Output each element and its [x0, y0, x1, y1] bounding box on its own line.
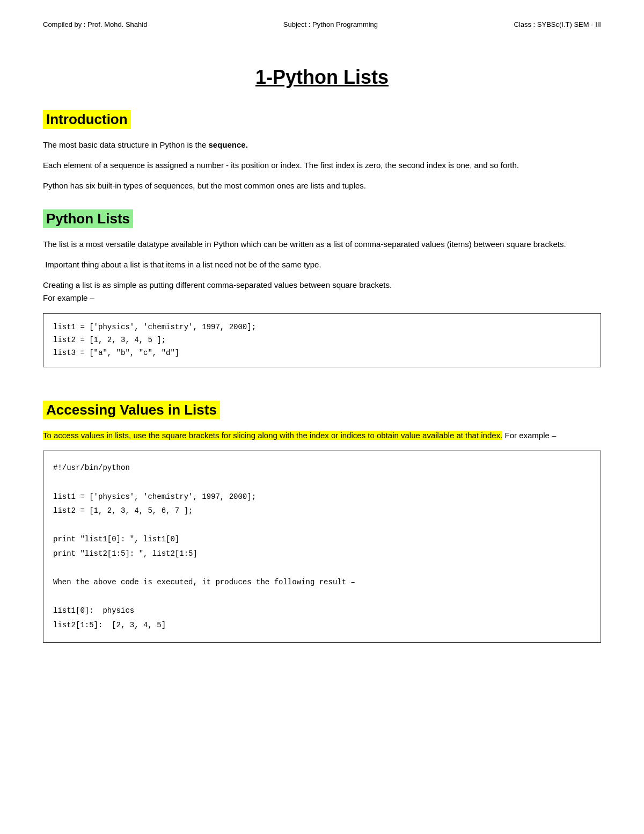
python-lists-section: Python Lists The list is a most versatil… [43, 209, 601, 367]
introduction-heading-text: Introduction [43, 110, 131, 129]
intro-para3: Python has six built-in types of sequenc… [43, 179, 601, 192]
python-lists-heading-text: Python Lists [43, 209, 133, 228]
python-lists-para2: Important thing about a list is that ite… [43, 258, 601, 271]
python-lists-heading: Python Lists [43, 209, 601, 238]
class: Class : SYBSc(I.T) SEM - III [514, 20, 601, 28]
accessing-values-para1: To access values in lists, use the squar… [43, 429, 601, 442]
accessing-values-section: Accessing Values in Lists To access valu… [43, 401, 601, 642]
accessing-values-code: #!/usr/bin/python list1 = ['physics', 'c… [43, 451, 601, 642]
python-lists-code: list1 = ['physics', 'chemistry', 1997, 2… [43, 313, 601, 367]
introduction-heading: Introduction [43, 110, 601, 139]
page-header: Compiled by : Prof. Mohd. Shahid Subject… [43, 11, 601, 34]
introduction-section: Introduction The most basic data structu… [43, 110, 601, 192]
intro-para1: The most basic data structure in Python … [43, 139, 601, 151]
python-lists-para3: Creating a list is as simple as putting … [43, 279, 601, 304]
subject: Subject : Python Programming [283, 20, 378, 28]
accessing-values-heading-text: Accessing Values in Lists [43, 401, 220, 419]
compiled-by: Compiled by : Prof. Mohd. Shahid [43, 20, 147, 28]
page-title: 1-Python Lists [43, 66, 601, 89]
page-title-area: 1-Python Lists [43, 66, 601, 89]
spacer [43, 385, 601, 401]
python-lists-para1: The list is a most versatile datatype av… [43, 238, 601, 251]
intro-para2: Each element of a sequence is assigned a… [43, 159, 601, 172]
page: Compiled by : Prof. Mohd. Shahid Subject… [0, 0, 644, 834]
accessing-values-heading: Accessing Values in Lists [43, 401, 601, 429]
